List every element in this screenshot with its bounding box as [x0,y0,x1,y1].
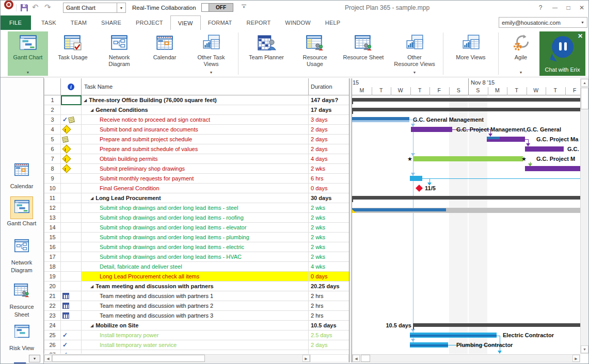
duration-cell[interactable]: 0 days [309,184,349,193]
table-row[interactable]: 11◢Long Lead Procurement30 days [44,193,349,203]
row-number-cell[interactable]: 14 [44,223,61,233]
ribbon-team-planner[interactable]: Team Planner [243,31,290,76]
task-name-cell[interactable]: Team meeting and discussion with partner… [82,311,309,321]
ribbon-agile[interactable]: Agile▼ [503,31,539,76]
duration-cell[interactable]: 17 days [309,105,349,115]
duration-cell[interactable]: 20.25 days [309,282,349,291]
info-cell[interactable] [61,321,82,330]
row-number-cell[interactable]: 11 [44,193,61,203]
duration-cell[interactable]: 2.5 days [309,330,349,340]
duration-cell[interactable]: 2 wks [309,213,349,223]
sidebar-item-resource-sheet[interactable]: ResourceSheet [0,280,43,318]
quick-access-customize-icon[interactable]: ▼ [242,5,246,9]
duration-cell[interactable]: 2 wks [309,164,349,174]
ribbon-more-views[interactable]: More Views [448,31,494,76]
task-name-cell[interactable]: Submit shop drawings and order long lead… [82,252,309,262]
help-button[interactable]: ? [535,3,546,12]
duration-cell[interactable]: 30 days [309,193,349,203]
menu-tab-project[interactable]: PROJECT [129,15,170,30]
duration-header[interactable]: Duration [309,78,349,95]
scroll-thumb[interactable] [52,355,205,362]
duration-cell[interactable]: 147 days? [309,95,349,105]
task-name-cell[interactable]: ◢Mobilize on Site [82,321,309,330]
gantt-bar[interactable] [413,156,523,161]
table-row[interactable]: 22Team meeting and discussion with partn… [44,301,349,311]
duration-cell[interactable]: 2 wks [309,242,349,252]
row-number-cell[interactable]: 27 [44,350,61,354]
gantt-bar[interactable] [411,127,452,132]
task-name-cell[interactable]: Submit bond and insurance documents [82,125,309,135]
row-number-cell[interactable]: 19 [44,272,61,282]
table-row[interactable]: 7!Obtain building permits4 days [44,154,349,164]
minimize-button[interactable]: — [549,3,561,12]
info-cell[interactable] [61,242,82,252]
row-number-cell[interactable]: 9 [44,174,61,184]
expand-icon[interactable]: ◢ [90,196,93,201]
row-number-cell[interactable]: 4 [44,125,61,135]
duration-cell[interactable]: 2 wks [309,223,349,233]
menu-tab-format[interactable]: FORMAT [201,15,240,30]
scroll-down-icon[interactable]: ▼ [581,345,588,353]
row-number-cell[interactable]: 17 [44,252,61,262]
scroll-up-icon[interactable]: ▲ [581,79,588,87]
info-cell[interactable] [61,105,82,115]
account-dropdown[interactable]: emily@housatonic.com ▼ [499,17,587,28]
info-cell[interactable] [61,203,82,213]
menu-tab-share[interactable]: SHARE [94,15,129,30]
table-hscrollbar[interactable]: ◀ ▶ [44,354,310,362]
info-cell[interactable]: ! [61,154,82,164]
task-name-header[interactable]: Task Name [82,78,309,95]
ribbon-resource-usage[interactable]: Resource Usage [293,31,337,76]
sidebar-item-calendar[interactable]: Calendar [0,159,43,190]
task-name-cell[interactable]: Prepare and submit schedule of values [82,144,309,154]
menu-tab-window[interactable]: WINDOW [278,15,317,30]
gantt-summary-bar[interactable] [352,98,580,102]
sidebar-item-risk-view[interactable]: Risk View [0,321,43,352]
ribbon-network-diagram[interactable]: Network Diagram [98,31,141,76]
duration-cell[interactable]: 6 hrs [309,174,349,184]
duration-cell[interactable]: 2 hrs [309,311,349,321]
ribbon-task-usage[interactable]: Task Usage [51,31,94,76]
table-row[interactable]: 8!Submit preliminary shop drawings2 wks [44,164,349,174]
ribbon-calendar[interactable]: Calendar [144,31,185,76]
undo-icon[interactable]: ↶ [32,3,39,11]
duration-cell[interactable]: 0 days [309,272,349,282]
gantt-summary-bar[interactable] [352,108,580,111]
gantt-bar[interactable] [525,166,580,171]
info-cell[interactable]: ✓ [61,115,82,125]
info-cell[interactable] [61,213,82,223]
collaboration-toggle[interactable]: OFF [201,3,233,12]
duration-cell[interactable]: 2 days [309,340,349,350]
table-row[interactable]: 13Submit shop drawings and order long le… [44,213,349,223]
task-name-cell[interactable] [82,350,309,354]
gantt-bar[interactable] [525,146,564,152]
maximize-button[interactable]: □ [563,3,574,12]
task-name-cell[interactable]: Receive notice to proceed and sign contr… [82,115,309,125]
table-row[interactable]: 19Long Lead Procurement check all items0… [44,272,349,282]
info-cell[interactable]: ! [61,144,82,154]
table-row[interactable]: 20◢Team meeting and discussion with part… [44,282,349,291]
close-icon[interactable]: ✕ [578,32,583,40]
duration-cell[interactable]: 4 days [309,154,349,164]
table-row[interactable]: 25✓Install temporary power2.5 days [44,330,349,340]
ribbon-resource-sheet[interactable]: Resource Sheet [340,31,387,76]
redo-icon[interactable]: ↷ [44,3,51,11]
ribbon-gantt-chart[interactable]: Gantt Chart▼ [8,31,48,76]
scroll-thumb[interactable] [581,88,588,109]
row-number-cell[interactable]: 21 [44,291,61,301]
milestone-diamond[interactable] [416,185,423,192]
task-name-cell[interactable]: Team meeting and discussion with partner… [82,291,309,301]
task-name-cell[interactable]: Submit monthly requests for payment [82,174,309,184]
table-row[interactable]: 16Submit shop drawings and order long le… [44,242,349,252]
scroll-right-icon[interactable]: ▶ [572,355,580,362]
row-number-cell[interactable]: 10 [44,184,61,193]
menu-tab-team[interactable]: TEAM [63,15,94,30]
table-row[interactable]: 21Team meeting and discussion with partn… [44,291,349,301]
table-row[interactable]: 15Submit shop drawings and order long le… [44,233,349,242]
row-number-cell[interactable]: 26 [44,340,61,350]
close-button[interactable]: ✕ [576,3,587,12]
duration-cell[interactable]: 2 wks [309,252,349,262]
view-selector-dropdown[interactable]: Gantt Chart ▼ [63,3,126,13]
info-cell[interactable]: ✓ [61,350,82,354]
row-number-cell[interactable]: 12 [44,203,61,213]
